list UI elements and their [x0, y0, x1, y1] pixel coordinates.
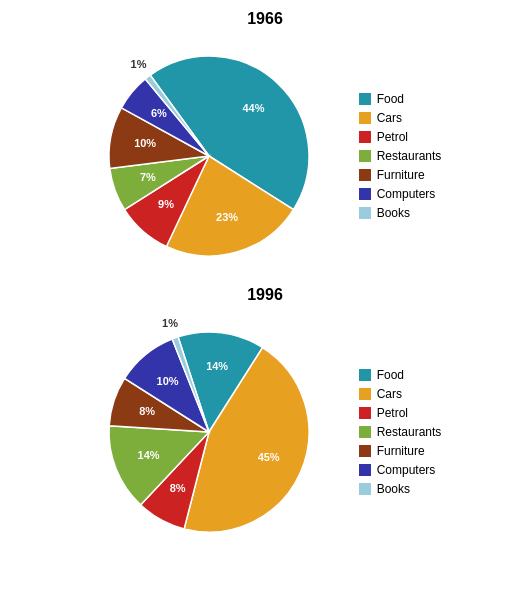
legend-label: Food — [377, 92, 404, 106]
legend-label: Restaurants — [377, 149, 442, 163]
legend-label: Petrol — [377, 406, 408, 420]
legend-label: Books — [377, 482, 410, 496]
legend-color-box — [359, 407, 371, 419]
chart-1996-row: 14%45%8%14%8%10%1% FoodCarsPetrolRestaur… — [0, 312, 530, 552]
svg-text:14%: 14% — [137, 449, 159, 461]
legend-label: Computers — [377, 463, 436, 477]
legend-item: Restaurants — [359, 425, 442, 439]
chart-1996-section: 1996 14%45%8%14%8%10%1% FoodCarsPetrolRe… — [0, 286, 530, 552]
legend-item: Food — [359, 368, 442, 382]
legend-item: Cars — [359, 111, 442, 125]
legend-item: Petrol — [359, 130, 442, 144]
legend-1966: FoodCarsPetrolRestaurantsFurnitureComput… — [359, 92, 442, 220]
legend-color-box — [359, 131, 371, 143]
svg-text:8%: 8% — [139, 405, 155, 417]
svg-text:14%: 14% — [206, 360, 228, 372]
svg-text:44%: 44% — [242, 102, 264, 114]
legend-item: Petrol — [359, 406, 442, 420]
legend-color-box — [359, 464, 371, 476]
legend-item: Computers — [359, 187, 442, 201]
legend-label: Restaurants — [377, 425, 442, 439]
legend-color-box — [359, 169, 371, 181]
svg-text:9%: 9% — [158, 198, 174, 210]
pie-chart-1996: 14%45%8%14%8%10%1% — [89, 312, 329, 552]
svg-text:7%: 7% — [140, 171, 156, 183]
chart-1996-title: 1996 — [247, 286, 283, 304]
svg-text:8%: 8% — [169, 482, 185, 494]
svg-text:45%: 45% — [257, 451, 279, 463]
svg-text:23%: 23% — [216, 211, 238, 223]
legend-label: Furniture — [377, 444, 425, 458]
chart-1966-section: 1966 44%23%9%7%10%6%1% FoodCarsPetrolRes… — [0, 10, 530, 276]
legend-color-box — [359, 445, 371, 457]
legend-color-box — [359, 426, 371, 438]
legend-label: Books — [377, 206, 410, 220]
pie-chart-1966: 44%23%9%7%10%6%1% — [89, 36, 329, 276]
chart-1966-row: 44%23%9%7%10%6%1% FoodCarsPetrolRestaura… — [0, 36, 530, 276]
legend-item: Restaurants — [359, 149, 442, 163]
svg-text:1%: 1% — [130, 58, 146, 70]
legend-color-box — [359, 483, 371, 495]
legend-item: Books — [359, 482, 442, 496]
legend-color-box — [359, 388, 371, 400]
legend-color-box — [359, 112, 371, 124]
legend-color-box — [359, 93, 371, 105]
svg-text:1%: 1% — [162, 317, 178, 329]
legend-color-box — [359, 150, 371, 162]
svg-text:10%: 10% — [134, 137, 156, 149]
legend-label: Cars — [377, 111, 402, 125]
legend-color-box — [359, 369, 371, 381]
legend-item: Food — [359, 92, 442, 106]
legend-color-box — [359, 188, 371, 200]
legend-color-box — [359, 207, 371, 219]
svg-text:6%: 6% — [151, 107, 167, 119]
chart-1966-title: 1966 — [247, 10, 283, 28]
legend-label: Cars — [377, 387, 402, 401]
legend-item: Furniture — [359, 168, 442, 182]
legend-item: Books — [359, 206, 442, 220]
legend-item: Furniture — [359, 444, 442, 458]
legend-item: Computers — [359, 463, 442, 477]
legend-label: Computers — [377, 187, 436, 201]
legend-label: Food — [377, 368, 404, 382]
legend-1996: FoodCarsPetrolRestaurantsFurnitureComput… — [359, 368, 442, 496]
legend-label: Furniture — [377, 168, 425, 182]
svg-text:10%: 10% — [156, 375, 178, 387]
legend-item: Cars — [359, 387, 442, 401]
legend-label: Petrol — [377, 130, 408, 144]
